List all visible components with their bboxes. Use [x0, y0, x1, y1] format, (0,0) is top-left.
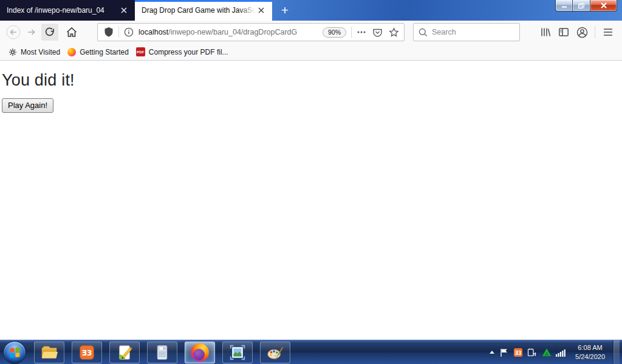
pdf-icon: PDF	[136, 47, 145, 56]
taskbar-photo-viewer-button[interactable]	[222, 342, 253, 363]
toolbar-right-icons	[537, 24, 617, 41]
close-button[interactable]	[590, 0, 617, 12]
search-input[interactable]	[432, 28, 516, 36]
taskbar-clock[interactable]: 6:08 AM 5/24/2020	[575, 343, 605, 361]
svg-text:Ǝ3: Ǝ3	[515, 350, 522, 356]
pocket-icon[interactable]	[372, 27, 383, 38]
new-tab-button[interactable]: +	[276, 1, 294, 19]
safely-remove-hardware-icon[interactable]	[527, 348, 538, 357]
play-again-button[interactable]: Play Again!	[2, 98, 53, 113]
sidebar-icon[interactable]	[555, 24, 572, 41]
bookmark-compress-pdf[interactable]: PDF Compress your PDF fil...	[132, 46, 232, 59]
page-content: You did it! Play Again!	[0, 61, 622, 339]
bookmark-label: Getting Started	[80, 48, 129, 56]
reload-button[interactable]	[41, 24, 58, 41]
action-center-flag-icon[interactable]	[499, 348, 509, 357]
show-desktop-button[interactable]	[613, 340, 620, 364]
clock-time: 6:08 AM	[575, 343, 605, 352]
taskbar-notepadpp-button[interactable]	[109, 342, 140, 363]
back-button[interactable]	[5, 24, 22, 41]
tab-close-icon[interactable]	[255, 4, 267, 16]
browser-titlebar: Index of /inwepo-new/baru_04 Drag Drop C…	[0, 0, 622, 21]
navigation-toolbar: localhost/inwepo-new/baru_04/dragDropCar…	[0, 21, 622, 44]
firefox-icon	[67, 48, 76, 56]
desktop-screen: Index of /inwepo-new/baru_04 Drag Drop C…	[0, 0, 622, 364]
tab-index-page[interactable]: Index of /inwepo-new/baru_04	[0, 0, 135, 21]
site-info-icon[interactable]	[124, 27, 134, 37]
bookmark-star-icon[interactable]	[389, 27, 399, 38]
paint-icon	[266, 343, 284, 362]
taskbar-calculator-button[interactable]: 0	[147, 342, 177, 363]
urlbar-divider	[351, 27, 352, 38]
svg-text:0: 0	[163, 347, 165, 350]
search-bar[interactable]	[413, 23, 520, 41]
firefox-icon	[191, 343, 209, 362]
show-hidden-icons-arrow[interactable]	[489, 350, 495, 355]
page-heading: You did it!	[2, 71, 622, 90]
taskbar-buttons: Ǝ3 0	[34, 342, 290, 363]
taskbar-firefox-button[interactable]	[185, 342, 215, 363]
calculator-icon: 0	[154, 343, 171, 362]
home-button[interactable]	[63, 24, 80, 41]
url-bar[interactable]: localhost/inwepo-new/baru_04/dragDropCar…	[97, 23, 405, 41]
photo-viewer-icon	[228, 343, 247, 362]
library-icon[interactable]	[537, 24, 554, 41]
page-actions-icon[interactable]	[357, 27, 366, 37]
taskbar-paint-button[interactable]	[260, 342, 290, 363]
zoom-level-badge[interactable]: 90%	[323, 27, 346, 38]
svg-text:Ǝ3: Ǝ3	[82, 349, 92, 357]
url-path: /inwepo-new/baru_04/dragDropCardG	[168, 28, 297, 36]
system-tray: Ǝ3 6:08 AM 5/24/2020	[489, 340, 622, 364]
notepadpp-icon	[115, 343, 134, 362]
tab-drag-drop-game[interactable]: Drag Drop Card Game with JavaScri	[135, 0, 272, 21]
menu-hamburger-icon[interactable]	[600, 24, 617, 41]
tab-title: Index of /inwepo-new/baru_04	[7, 6, 118, 15]
tracking-protection-shield-icon[interactable]	[104, 27, 114, 38]
bookmark-getting-started[interactable]: Getting Started	[64, 46, 132, 59]
tab-close-icon[interactable]	[118, 4, 130, 16]
bookmark-most-visited[interactable]: Most Visited	[5, 46, 64, 59]
clock-date: 5/24/2020	[575, 352, 605, 361]
windows-taskbar: Ǝ3 0	[0, 340, 622, 364]
bookmark-label: Compress your PDF fil...	[149, 48, 228, 56]
windows-logo-icon	[9, 346, 21, 359]
account-icon[interactable]	[573, 24, 590, 41]
tab-title: Drag Drop Card Game with JavaScri	[142, 6, 255, 15]
network-signal-icon[interactable]	[556, 348, 566, 357]
taskbar-xampp-button[interactable]: Ǝ3	[72, 342, 102, 363]
url-text[interactable]: localhost/inwepo-new/baru_04/dragDropCar…	[138, 28, 320, 36]
search-icon	[419, 28, 428, 37]
forward-button[interactable]	[23, 24, 40, 41]
url-host: localhost	[138, 28, 168, 36]
bookmarks-toolbar: Most Visited Getting Started PDF Compres…	[0, 44, 622, 61]
urlbar-divider	[118, 27, 119, 38]
taskbar-explorer-button[interactable]	[34, 342, 64, 363]
toolbar-divider	[595, 26, 595, 38]
start-button[interactable]	[3, 341, 26, 364]
xampp-tray-icon[interactable]: Ǝ3	[513, 348, 523, 357]
bookmark-label: Most Visited	[21, 48, 60, 56]
gear-icon	[9, 48, 17, 56]
minimize-button[interactable]	[555, 0, 573, 12]
explorer-folder-icon	[40, 343, 58, 362]
green-triangle-app-icon[interactable]	[542, 348, 552, 357]
xampp-icon: Ǝ3	[78, 343, 96, 362]
restore-button[interactable]	[573, 0, 590, 12]
window-controls	[555, 0, 617, 12]
